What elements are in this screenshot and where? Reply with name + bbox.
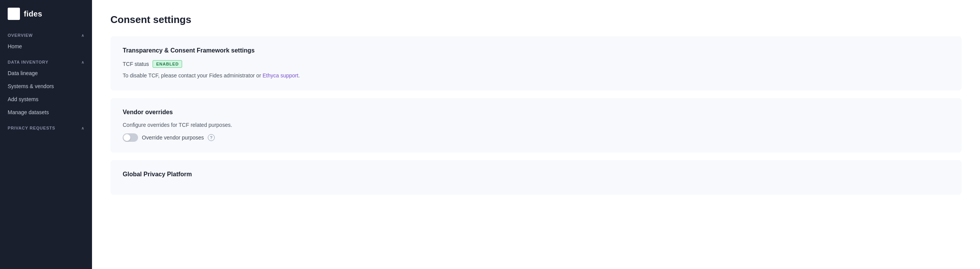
main-content: Consent settings Transparency & Consent … <box>92 0 980 269</box>
tcf-section: Transparency & Consent Framework setting… <box>110 36 962 90</box>
help-icon[interactable]: ? <box>208 134 215 141</box>
toggle-knob <box>123 134 130 141</box>
page-title: Consent settings <box>110 14 962 26</box>
tcf-description: To disable TCF, please contact your Fide… <box>123 72 949 80</box>
chevron-up-icon-overview: ∧ <box>81 33 84 38</box>
sidebar-item-systems-vendors[interactable]: Systems & vendors <box>0 80 92 93</box>
sidebar-item-add-systems[interactable]: Add systems <box>0 93 92 106</box>
tcf-enabled-badge: ENABLED <box>153 60 182 68</box>
override-vendor-label: Override vendor purposes <box>142 134 204 141</box>
chevron-up-icon-data-inventory: ∧ <box>81 60 84 64</box>
tcf-status-row: TCF status ENABLED <box>123 60 949 68</box>
sidebar: fides OVERVIEW ∧ Home DATA INVENTORY ∧ D… <box>0 0 92 269</box>
nav-section-label-data-inventory: DATA INVENTORY <box>8 60 48 64</box>
nav-section-header-privacy-requests[interactable]: PRIVACY REQUESTS ∧ <box>0 122 92 133</box>
nav-section-privacy-requests: PRIVACY REQUESTS ∧ <box>0 122 92 136</box>
vendor-overrides-section: Vendor overrides Configure overrides for… <box>110 98 962 153</box>
gpp-section: Global Privacy Platform <box>110 160 962 195</box>
override-vendor-toggle[interactable] <box>123 133 138 142</box>
vendor-overrides-description: Configure overrides for TCF related purp… <box>123 122 949 128</box>
nav-section-header-data-inventory[interactable]: DATA INVENTORY ∧ <box>0 56 92 67</box>
chevron-up-icon-privacy-requests: ∧ <box>81 126 84 130</box>
vendor-overrides-title: Vendor overrides <box>123 109 949 116</box>
sidebar-item-data-lineage[interactable]: Data lineage <box>0 67 92 80</box>
ethyca-support-link[interactable]: Ethyca support <box>263 72 298 79</box>
fides-logo-text: fides <box>24 10 42 18</box>
nav-section-label-overview: OVERVIEW <box>8 33 33 38</box>
nav-section-label-privacy-requests: PRIVACY REQUESTS <box>8 126 55 130</box>
nav-section-overview: OVERVIEW ∧ Home <box>0 29 92 56</box>
fides-logo-box <box>8 8 20 20</box>
nav-section-data-inventory: DATA INVENTORY ∧ Data lineage Systems & … <box>0 56 92 122</box>
gpp-section-title: Global Privacy Platform <box>123 171 949 178</box>
tcf-section-title: Transparency & Consent Framework setting… <box>123 47 949 54</box>
tcf-status-label: TCF status <box>123 61 149 67</box>
sidebar-logo: fides <box>0 0 92 29</box>
sidebar-item-home[interactable]: Home <box>0 40 92 53</box>
sidebar-item-manage-datasets[interactable]: Manage datasets <box>0 106 92 119</box>
nav-section-header-overview[interactable]: OVERVIEW ∧ <box>0 29 92 40</box>
override-vendor-toggle-row: Override vendor purposes ? <box>123 133 949 142</box>
